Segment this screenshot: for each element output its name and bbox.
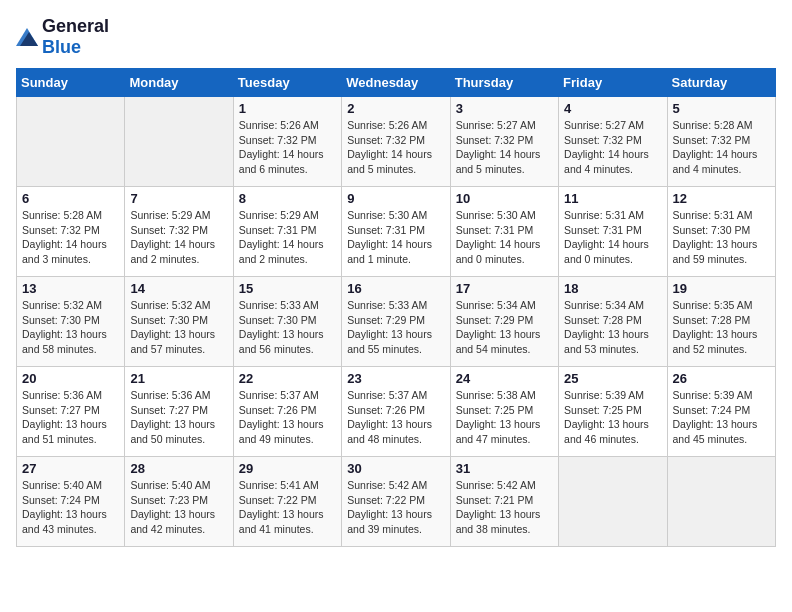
- calendar-cell: 31Sunrise: 5:42 AMSunset: 7:21 PMDayligh…: [450, 457, 558, 547]
- calendar-cell: 22Sunrise: 5:37 AMSunset: 7:26 PMDayligh…: [233, 367, 341, 457]
- cell-info: Sunrise: 5:26 AMSunset: 7:32 PMDaylight:…: [239, 118, 336, 177]
- cell-info: Sunrise: 5:30 AMSunset: 7:31 PMDaylight:…: [456, 208, 553, 267]
- logo: General Blue: [16, 16, 109, 58]
- calendar-cell: 9Sunrise: 5:30 AMSunset: 7:31 PMDaylight…: [342, 187, 450, 277]
- day-number: 7: [130, 191, 227, 206]
- day-number: 22: [239, 371, 336, 386]
- day-number: 19: [673, 281, 770, 296]
- day-number: 20: [22, 371, 119, 386]
- cell-info: Sunrise: 5:39 AMSunset: 7:25 PMDaylight:…: [564, 388, 661, 447]
- calendar-cell: 2Sunrise: 5:26 AMSunset: 7:32 PMDaylight…: [342, 97, 450, 187]
- day-number: 15: [239, 281, 336, 296]
- cell-info: Sunrise: 5:34 AMSunset: 7:29 PMDaylight:…: [456, 298, 553, 357]
- day-number: 23: [347, 371, 444, 386]
- day-number: 18: [564, 281, 661, 296]
- cell-info: Sunrise: 5:28 AMSunset: 7:32 PMDaylight:…: [22, 208, 119, 267]
- cell-info: Sunrise: 5:29 AMSunset: 7:31 PMDaylight:…: [239, 208, 336, 267]
- calendar-cell: 23Sunrise: 5:37 AMSunset: 7:26 PMDayligh…: [342, 367, 450, 457]
- cell-info: Sunrise: 5:33 AMSunset: 7:30 PMDaylight:…: [239, 298, 336, 357]
- day-number: 4: [564, 101, 661, 116]
- calendar-cell: 20Sunrise: 5:36 AMSunset: 7:27 PMDayligh…: [17, 367, 125, 457]
- day-number: 5: [673, 101, 770, 116]
- calendar-cell: 4Sunrise: 5:27 AMSunset: 7:32 PMDaylight…: [559, 97, 667, 187]
- calendar-week-row: 27Sunrise: 5:40 AMSunset: 7:24 PMDayligh…: [17, 457, 776, 547]
- day-number: 30: [347, 461, 444, 476]
- calendar-cell: [125, 97, 233, 187]
- calendar-cell: 25Sunrise: 5:39 AMSunset: 7:25 PMDayligh…: [559, 367, 667, 457]
- calendar-week-row: 6Sunrise: 5:28 AMSunset: 7:32 PMDaylight…: [17, 187, 776, 277]
- cell-info: Sunrise: 5:37 AMSunset: 7:26 PMDaylight:…: [347, 388, 444, 447]
- calendar-header-row: SundayMondayTuesdayWednesdayThursdayFrid…: [17, 69, 776, 97]
- calendar-cell: 7Sunrise: 5:29 AMSunset: 7:32 PMDaylight…: [125, 187, 233, 277]
- cell-info: Sunrise: 5:36 AMSunset: 7:27 PMDaylight:…: [130, 388, 227, 447]
- day-number: 29: [239, 461, 336, 476]
- day-of-week-header: Saturday: [667, 69, 775, 97]
- cell-info: Sunrise: 5:36 AMSunset: 7:27 PMDaylight:…: [22, 388, 119, 447]
- cell-info: Sunrise: 5:40 AMSunset: 7:23 PMDaylight:…: [130, 478, 227, 537]
- day-of-week-header: Thursday: [450, 69, 558, 97]
- calendar-week-row: 20Sunrise: 5:36 AMSunset: 7:27 PMDayligh…: [17, 367, 776, 457]
- cell-info: Sunrise: 5:27 AMSunset: 7:32 PMDaylight:…: [456, 118, 553, 177]
- cell-info: Sunrise: 5:27 AMSunset: 7:32 PMDaylight:…: [564, 118, 661, 177]
- cell-info: Sunrise: 5:29 AMSunset: 7:32 PMDaylight:…: [130, 208, 227, 267]
- day-number: 28: [130, 461, 227, 476]
- cell-info: Sunrise: 5:33 AMSunset: 7:29 PMDaylight:…: [347, 298, 444, 357]
- day-number: 13: [22, 281, 119, 296]
- calendar-cell: 11Sunrise: 5:31 AMSunset: 7:31 PMDayligh…: [559, 187, 667, 277]
- calendar-cell: 18Sunrise: 5:34 AMSunset: 7:28 PMDayligh…: [559, 277, 667, 367]
- cell-info: Sunrise: 5:31 AMSunset: 7:31 PMDaylight:…: [564, 208, 661, 267]
- calendar-cell: [667, 457, 775, 547]
- day-number: 17: [456, 281, 553, 296]
- calendar-cell: 24Sunrise: 5:38 AMSunset: 7:25 PMDayligh…: [450, 367, 558, 457]
- cell-info: Sunrise: 5:28 AMSunset: 7:32 PMDaylight:…: [673, 118, 770, 177]
- page-header: General Blue: [16, 16, 776, 58]
- cell-info: Sunrise: 5:35 AMSunset: 7:28 PMDaylight:…: [673, 298, 770, 357]
- cell-info: Sunrise: 5:42 AMSunset: 7:21 PMDaylight:…: [456, 478, 553, 537]
- cell-info: Sunrise: 5:26 AMSunset: 7:32 PMDaylight:…: [347, 118, 444, 177]
- day-number: 10: [456, 191, 553, 206]
- calendar-cell: 19Sunrise: 5:35 AMSunset: 7:28 PMDayligh…: [667, 277, 775, 367]
- day-number: 12: [673, 191, 770, 206]
- cell-info: Sunrise: 5:34 AMSunset: 7:28 PMDaylight:…: [564, 298, 661, 357]
- day-number: 27: [22, 461, 119, 476]
- calendar-cell: 29Sunrise: 5:41 AMSunset: 7:22 PMDayligh…: [233, 457, 341, 547]
- calendar-cell: [17, 97, 125, 187]
- calendar-cell: 16Sunrise: 5:33 AMSunset: 7:29 PMDayligh…: [342, 277, 450, 367]
- calendar-cell: 3Sunrise: 5:27 AMSunset: 7:32 PMDaylight…: [450, 97, 558, 187]
- cell-info: Sunrise: 5:31 AMSunset: 7:30 PMDaylight:…: [673, 208, 770, 267]
- calendar-cell: 17Sunrise: 5:34 AMSunset: 7:29 PMDayligh…: [450, 277, 558, 367]
- calendar-week-row: 1Sunrise: 5:26 AMSunset: 7:32 PMDaylight…: [17, 97, 776, 187]
- day-number: 25: [564, 371, 661, 386]
- calendar-cell: 15Sunrise: 5:33 AMSunset: 7:30 PMDayligh…: [233, 277, 341, 367]
- cell-info: Sunrise: 5:42 AMSunset: 7:22 PMDaylight:…: [347, 478, 444, 537]
- calendar-cell: 26Sunrise: 5:39 AMSunset: 7:24 PMDayligh…: [667, 367, 775, 457]
- day-number: 16: [347, 281, 444, 296]
- calendar-table: SundayMondayTuesdayWednesdayThursdayFrid…: [16, 68, 776, 547]
- cell-info: Sunrise: 5:40 AMSunset: 7:24 PMDaylight:…: [22, 478, 119, 537]
- day-number: 11: [564, 191, 661, 206]
- calendar-cell: 14Sunrise: 5:32 AMSunset: 7:30 PMDayligh…: [125, 277, 233, 367]
- calendar-cell: 21Sunrise: 5:36 AMSunset: 7:27 PMDayligh…: [125, 367, 233, 457]
- day-number: 21: [130, 371, 227, 386]
- day-of-week-header: Sunday: [17, 69, 125, 97]
- day-number: 1: [239, 101, 336, 116]
- day-number: 9: [347, 191, 444, 206]
- logo-icon: [16, 28, 38, 46]
- day-number: 31: [456, 461, 553, 476]
- calendar-cell: [559, 457, 667, 547]
- day-number: 24: [456, 371, 553, 386]
- calendar-cell: 12Sunrise: 5:31 AMSunset: 7:30 PMDayligh…: [667, 187, 775, 277]
- calendar-week-row: 13Sunrise: 5:32 AMSunset: 7:30 PMDayligh…: [17, 277, 776, 367]
- calendar-cell: 8Sunrise: 5:29 AMSunset: 7:31 PMDaylight…: [233, 187, 341, 277]
- cell-info: Sunrise: 5:41 AMSunset: 7:22 PMDaylight:…: [239, 478, 336, 537]
- cell-info: Sunrise: 5:38 AMSunset: 7:25 PMDaylight:…: [456, 388, 553, 447]
- day-number: 6: [22, 191, 119, 206]
- day-of-week-header: Monday: [125, 69, 233, 97]
- day-number: 8: [239, 191, 336, 206]
- day-number: 26: [673, 371, 770, 386]
- calendar-cell: 10Sunrise: 5:30 AMSunset: 7:31 PMDayligh…: [450, 187, 558, 277]
- logo-text: General Blue: [42, 16, 109, 58]
- day-of-week-header: Friday: [559, 69, 667, 97]
- calendar-cell: 30Sunrise: 5:42 AMSunset: 7:22 PMDayligh…: [342, 457, 450, 547]
- day-number: 2: [347, 101, 444, 116]
